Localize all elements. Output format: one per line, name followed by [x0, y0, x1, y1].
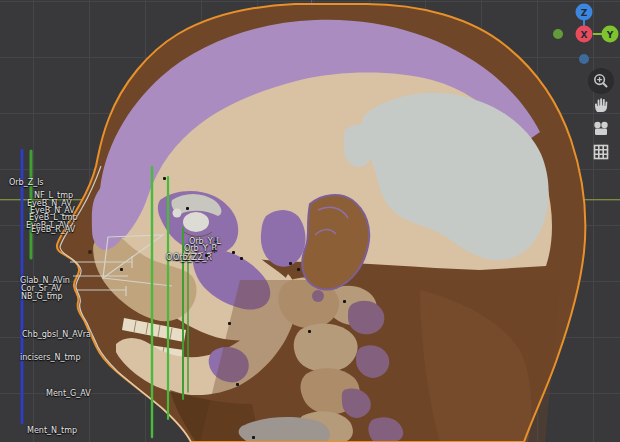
gizmo-z-label: Z: [581, 8, 588, 18]
head-skull-model[interactable]: [0, 0, 620, 442]
grid-ortho-button[interactable]: [588, 139, 614, 165]
gizmo-x-label: X: [581, 30, 588, 40]
landmark-point: [308, 330, 311, 333]
pan-hand-icon: [591, 95, 611, 115]
landmark-label: Orb_Z_ls: [9, 178, 44, 187]
grid-ortho-icon: [591, 142, 611, 162]
landmark-point: [236, 383, 239, 386]
landmark-label: NB_G_tmp: [21, 292, 63, 301]
landmark-point: [163, 177, 166, 180]
pan-button[interactable]: [588, 92, 614, 118]
eye-corner: [173, 209, 182, 218]
eyeball: [183, 212, 209, 232]
navigation-gizmo[interactable]: Z X Y: [549, 0, 620, 71]
landmark-point: [252, 436, 255, 439]
landmark-point: [228, 322, 231, 325]
zoom-in-icon: [591, 71, 611, 91]
landmark-mark: +: [211, 246, 218, 255]
landmark-label: EyeB_R_AV: [31, 225, 75, 234]
gizmo-y-label: Y: [606, 30, 614, 40]
landmark-label: Ment_G_AV: [46, 389, 91, 398]
nostril-dot: [88, 250, 92, 254]
landmark-point: [343, 300, 346, 303]
zoom-button[interactable]: [588, 68, 614, 94]
landmark-point: [240, 257, 243, 260]
landmark-mark: ↓: [212, 236, 219, 245]
sphenoid-purple: [261, 210, 306, 267]
landmark-point: [289, 262, 292, 265]
gizmo-axis-y-neg[interactable]: [553, 29, 563, 39]
landmark-point: [297, 268, 300, 271]
landmark-label: incisers_N_tmp: [20, 353, 80, 362]
viewport-3d[interactable]: Orb_Z_lsNF_L_tmpEyeB_N_AVEyeB_N_AVEyeB_L…: [0, 0, 620, 442]
landmark-label: Ment_N_tmp: [27, 426, 77, 435]
camera-view-icon: [591, 119, 611, 139]
landmark-label: Chb_gbsl_N_AVra: [22, 330, 91, 339]
landmark-point: [232, 251, 235, 254]
landmark-point: [205, 254, 208, 257]
landmark-point: [186, 207, 189, 210]
landmark-point: [120, 268, 123, 271]
gizmo-axis-z-neg[interactable]: [579, 54, 589, 64]
